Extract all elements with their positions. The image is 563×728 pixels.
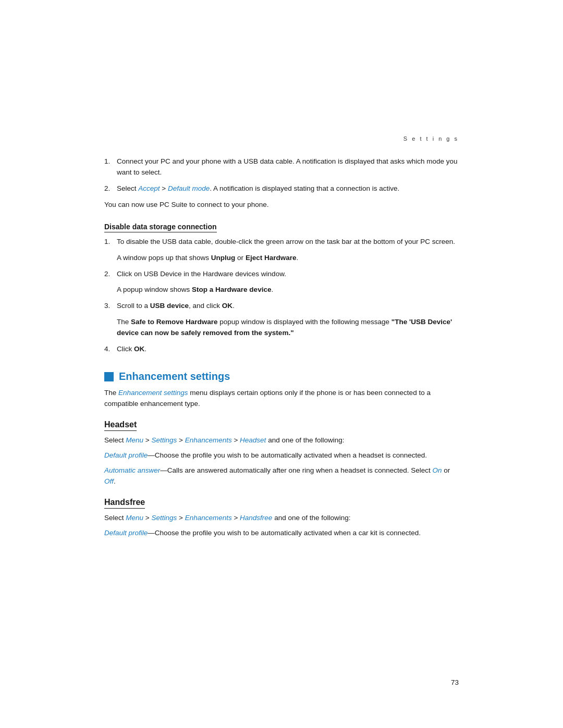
enhancement-desc-before: The [104,389,118,397]
headset-headset-link[interactable]: Headset [240,436,266,444]
stop-hardware-note: A popup window shows Stop a Hardware dev… [117,285,459,295]
handsfree-menu-link[interactable]: Menu [126,514,143,522]
step1-usb: 1. Connect your PC and your phone with a… [104,156,459,178]
handsfree-nav-arr2: > [177,514,185,522]
enhancement-settings-section: Enhancement settings The Enhancement set… [104,371,459,538]
handsfree-nav-after: and one of the following: [272,514,350,522]
pc-suite-note: You can now use PC Suite to connect to y… [104,200,459,211]
disable-step2: 2. Click on USB Device in the Hardware d… [104,269,459,280]
disable-step4: 4. Click OK. [104,344,459,355]
disable-step2-text: Click on USB Device in the Hardware devi… [117,269,286,280]
headset-heading: Headset [104,420,137,431]
step2-before: Select [117,184,138,192]
handsfree-nav-before: Select [104,514,126,522]
default-profile-headset-link[interactable]: Default profile [104,451,148,459]
accept-link[interactable]: Accept [138,184,160,192]
page-container: S e t t i n g s 1. Connect your PC and y… [0,0,563,728]
handsfree-nav-arr3: > [232,514,240,522]
handsfree-nav: Select Menu > Settings > Enhancements > … [104,513,459,524]
headset-nav-arr1: > [143,436,151,444]
handsfree-item1: Default profile—Choose the profile you w… [104,528,459,539]
disable-step4-text: Click OK. [117,344,146,355]
handsfree-subsection: Handsfree Select Menu > Settings > Enhan… [104,498,459,539]
headset-item1: Default profile—Choose the profile you w… [104,450,459,461]
stop-hardware-bold: Stop a Hardware device [192,286,271,293]
headset-nav-arr3: > [232,436,240,444]
enhancement-title: Enhancement settings [119,371,230,382]
disable-step4-num: 4. [104,344,113,355]
ok-bold-2: OK [134,345,144,353]
headset-enhancements-link[interactable]: Enhancements [185,436,232,444]
handsfree-item1-text: —Choose the profile you wish to be autom… [148,529,421,537]
disable-step3-list: 3. Scroll to a USB device, and click OK. [104,301,459,312]
disable-steps-list: 1. To disable the USB data cable, double… [104,237,459,248]
on-link[interactable]: On [433,466,442,474]
usb-steps-list: 1. Connect your PC and your phone with a… [104,156,459,194]
headset-subsection: Headset Select Menu > Settings > Enhance… [104,420,459,487]
enhancement-desc: The Enhancement settings menu displays c… [104,388,459,410]
page-header-label: S e t t i n g s [104,135,459,142]
headset-item2: Automatic answer—Calls are answered auto… [104,465,459,487]
automatic-answer-link[interactable]: Automatic answer [104,466,160,474]
headset-item2-end: . [114,477,116,485]
handsfree-handsfree-link[interactable]: Handsfree [240,514,272,522]
disable-step1-text: To disable the USB data cable, double-cl… [117,237,455,248]
disable-step3-text: Scroll to a USB device, and click OK. [117,301,235,312]
handsfree-settings-link[interactable]: Settings [151,514,177,522]
disable-heading: Disable data storage connection [104,223,217,232]
step2-text: Select Accept > Default mode. A notifica… [117,183,399,194]
step2-after: . A notification is displayed stating th… [210,184,399,192]
eject-bold: Eject Hardware [246,254,297,262]
headset-menu-link[interactable]: Menu [126,436,143,444]
off-link[interactable]: Off [104,477,114,485]
safe-remove-bold: Safe to Remove Hardware [131,318,218,326]
headset-nav-arr2: > [177,436,185,444]
disable-step4-list: 4. Click OK. [104,344,459,355]
unplug-eject-note: A window pops up that shows Unplug or Ej… [117,253,459,264]
headset-nav: Select Menu > Settings > Enhancements > … [104,435,459,446]
usb-device-bold: USB device [150,302,189,310]
disable-section: Disable data storage connection 1. To di… [104,222,459,355]
headset-item2-text: —Calls are answered automatically after … [160,466,432,474]
handsfree-heading: Handsfree [104,498,145,509]
headset-item2-or: or [442,466,450,474]
headset-nav-before: Select [104,436,126,444]
enhancement-settings-link[interactable]: Enhancement settings [118,389,188,397]
ok-bold-1: OK [222,302,232,310]
content-area: S e t t i n g s 1. Connect your PC and y… [0,0,563,613]
disable-step1-num: 1. [104,237,113,248]
unplug-bold: Unplug [211,254,236,262]
disable-step2-num: 2. [104,269,113,280]
safe-remove-note: The Safe to Remove Hardware popup window… [117,317,459,339]
disable-step2-list: 2. Click on USB Device in the Hardware d… [104,269,459,280]
handsfree-enhancements-link[interactable]: Enhancements [185,514,232,522]
step1-num: 1. [104,156,113,178]
enhancement-title-row: Enhancement settings [104,371,459,382]
headset-settings-link[interactable]: Settings [151,436,177,444]
default-mode-link[interactable]: Default mode [168,184,210,192]
disable-step3-num: 3. [104,301,113,312]
step2-select: 2. Select Accept > Default mode. A notif… [104,183,459,194]
headset-nav-after: and one of the following: [266,436,344,444]
disable-step3: 3. Scroll to a USB device, and click OK. [104,301,459,312]
disable-step1: 1. To disable the USB data cable, double… [104,237,459,248]
headset-item1-text: —Choose the profile you wish to be autom… [148,451,427,459]
blue-square-icon [104,372,114,381]
handsfree-nav-arr1: > [143,514,151,522]
page-number: 73 [451,678,459,686]
default-profile-handsfree-link[interactable]: Default profile [104,529,148,537]
step1-text: Connect your PC and your phone with a US… [117,156,459,178]
step2-num: 2. [104,183,113,194]
step2-arr1: > [160,184,168,192]
